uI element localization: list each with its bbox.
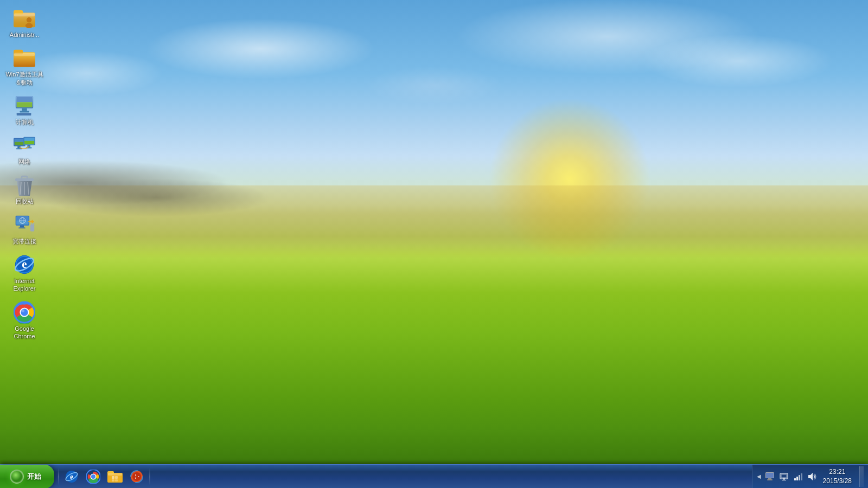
svg-rect-70 <box>112 479 114 481</box>
svg-rect-84 <box>782 480 786 481</box>
broadband-label: 宽带连接 <box>12 237 36 245</box>
icon-recycle-bin[interactable]: 回收站 <box>3 172 46 207</box>
svg-rect-17 <box>17 113 31 115</box>
chrome-label: Google Chrome <box>5 325 44 341</box>
icon-broadband[interactable]: 宽带连接 <box>3 212 46 247</box>
svg-point-5 <box>25 23 33 29</box>
svg-rect-13 <box>17 97 33 102</box>
clock-display[interactable]: 23:21 2015/3/28 <box>821 467 854 486</box>
svg-rect-3 <box>14 13 35 16</box>
tray-signal-icon[interactable] <box>793 471 803 482</box>
svg-rect-87 <box>799 475 800 480</box>
taskbar-folder-button[interactable] <box>105 467 125 486</box>
taskbar-ie-button[interactable]: e <box>62 467 81 486</box>
svg-rect-79 <box>768 478 771 479</box>
desktop-icons: Administr... Win7激活工具&驱动 <box>3 5 46 342</box>
svg-rect-68 <box>112 476 114 479</box>
desktop: Administr... Win7激活工具&驱动 <box>0 0 868 488</box>
storm-clouds <box>0 146 391 220</box>
svg-point-57 <box>21 309 24 312</box>
svg-rect-83 <box>783 478 785 480</box>
start-orb <box>10 470 24 484</box>
svg-rect-14 <box>17 102 33 107</box>
separator-2 <box>149 468 150 485</box>
svg-rect-27 <box>24 141 34 144</box>
win7-tools-icon <box>14 47 35 69</box>
win7-tools-label: Win7激活工具&驱动 <box>5 70 44 86</box>
svg-rect-9 <box>14 53 35 56</box>
ie-icon: e <box>14 254 35 275</box>
svg-rect-85 <box>794 478 796 480</box>
svg-rect-46 <box>30 224 34 232</box>
svg-rect-26 <box>24 138 34 141</box>
icon-network[interactable]: 网络 <box>3 132 46 168</box>
svg-rect-88 <box>801 473 802 480</box>
svg-rect-15 <box>22 108 27 111</box>
computer-label: 计算机 <box>16 118 34 126</box>
icon-administrator[interactable]: Administr... <box>3 5 46 41</box>
administrator-label: Administr... <box>10 31 39 38</box>
network-label: 网络 <box>18 158 30 165</box>
icon-win7-tools[interactable]: Win7激活工具&驱动 <box>3 45 46 88</box>
svg-point-4 <box>27 17 32 23</box>
taskbar: 开始 e <box>0 464 868 488</box>
tray-monitor-icon[interactable] <box>764 471 775 482</box>
separator-1 <box>58 468 59 485</box>
svg-point-75 <box>135 475 138 478</box>
clock-date: 2015/3/28 <box>823 477 852 486</box>
administrator-icon <box>14 8 35 29</box>
svg-rect-82 <box>781 474 787 478</box>
svg-rect-21 <box>15 142 24 145</box>
svg-rect-80 <box>767 479 773 480</box>
icon-google-chrome[interactable]: Google Chrome <box>3 299 46 343</box>
start-label: 开始 <box>27 472 41 481</box>
tray-expand-button[interactable]: ◀ <box>757 473 761 479</box>
broadband-icon <box>14 214 35 236</box>
start-button[interactable]: 开始 <box>0 465 54 489</box>
svg-rect-33 <box>22 176 27 179</box>
ie-label: Internet Explorer <box>5 277 44 293</box>
show-desktop-button[interactable] <box>859 466 864 487</box>
svg-rect-20 <box>15 139 24 142</box>
svg-rect-40 <box>16 221 28 224</box>
svg-rect-41 <box>20 226 24 228</box>
tray-volume-icon[interactable] <box>807 471 818 482</box>
clock-time: 23:21 <box>823 467 852 477</box>
computer-icon <box>14 95 35 117</box>
recycle-bin-icon <box>14 174 35 196</box>
taskbar-media-button[interactable] <box>127 467 146 486</box>
svg-rect-47 <box>31 223 33 226</box>
recycle-bin-label: 回收站 <box>16 197 34 205</box>
svg-point-64 <box>91 474 95 479</box>
svg-rect-67 <box>108 473 122 476</box>
taskbar-chrome-button[interactable] <box>84 467 103 486</box>
svg-rect-78 <box>766 473 774 478</box>
system-tray: ◀ <box>752 465 868 489</box>
icon-computer[interactable]: 计算机 <box>3 93 46 128</box>
svg-rect-39 <box>16 216 28 220</box>
svg-rect-71 <box>115 479 118 481</box>
svg-point-58 <box>11 471 22 482</box>
svg-rect-86 <box>796 477 798 480</box>
network-icon <box>14 134 35 156</box>
tray-network-icon[interactable] <box>778 471 789 482</box>
svg-rect-16 <box>20 111 29 112</box>
svg-rect-48 <box>33 223 34 226</box>
chrome-icon <box>14 301 35 323</box>
svg-rect-42 <box>18 227 25 228</box>
icon-internet-explorer[interactable]: e Internet Explorer <box>3 252 46 295</box>
svg-rect-69 <box>115 476 118 479</box>
svg-marker-89 <box>808 473 813 480</box>
